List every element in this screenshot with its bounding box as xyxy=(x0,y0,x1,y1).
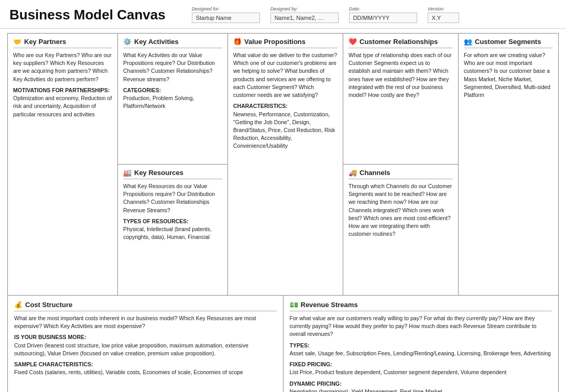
key-partners-title: Key Partners xyxy=(24,38,66,46)
version-field: Version: xyxy=(428,6,459,23)
key-resources-text2: Physical, Intellectual (brand patents, c… xyxy=(123,225,222,241)
revenue-label2: FIXED PRICING: xyxy=(290,361,552,368)
revenue-label1: TYPES: xyxy=(290,342,552,350)
key-partners-label1: MOTIVATIONS FOR PARTNERSHIPS: xyxy=(13,86,112,94)
revenue-text4: Negotiation (bargaining), Yield Manageme… xyxy=(290,388,552,392)
key-resources-section: 🏭 Key Resources What Key Resources do ou… xyxy=(118,165,227,295)
revenue-label3: DYNAMIC PRICING: xyxy=(290,380,552,388)
date-field: Date: xyxy=(349,6,417,23)
value-propositions-title: Value Propositions xyxy=(244,38,306,46)
version-label: Version: xyxy=(428,6,459,12)
customer-relationships-section: ❤️ Customer Relationships What type of r… xyxy=(343,34,458,165)
key-activities-title: Key Activities xyxy=(134,38,179,46)
activities-resources-column: ⚙️ Key Activities What Key Activities do… xyxy=(118,34,228,295)
key-partners-icon: 🤝 xyxy=(13,38,21,46)
cost-structure-header: 💰 Cost Structure xyxy=(14,301,277,311)
cust-rel-channels-column: ❤️ Customer Relationships What type of r… xyxy=(343,34,459,295)
cost-structure-column: 💰 Cost Structure What are the most impor… xyxy=(8,296,284,392)
designed-for-input[interactable] xyxy=(192,13,260,23)
key-activities-body: What Key Activities do our Value Proposi… xyxy=(123,51,222,111)
value-props-text1: What value do we deliver to the customer… xyxy=(233,51,338,99)
key-partners-column: 🤝 Key Partners Who are our Key Partners?… xyxy=(8,34,118,295)
key-activities-label1: CATEGORIES: xyxy=(123,86,222,94)
business-model-canvas: 🤝 Key Partners Who are our Key Partners?… xyxy=(7,33,559,392)
cost-text1: What are the most important costs inhere… xyxy=(14,314,277,330)
channels-header: 🚚 Channels xyxy=(349,169,453,179)
bottom-section: 💰 Cost Structure What are the most impor… xyxy=(8,296,558,392)
revenue-streams-column: 💵 Revenue Streams For what value are our… xyxy=(284,296,559,392)
customer-segments-title: Customer Segments xyxy=(475,38,541,46)
designed-by-input[interactable] xyxy=(270,13,339,23)
customer-segments-body: For whom are we creating value? Who are … xyxy=(464,51,553,99)
designed-for-label: Designed for: xyxy=(192,6,260,12)
key-activities-text2: Production, Problem Solving, Platform/Ne… xyxy=(123,94,222,110)
key-partners-header: 🤝 Key Partners xyxy=(13,38,112,48)
revenue-streams-header: 💵 Revenue Streams xyxy=(290,301,552,311)
key-resources-label1: TYPES OF RESOURCES: xyxy=(123,217,222,225)
customer-rel-text1: What type of relationship does each of o… xyxy=(349,51,453,99)
value-props-text2: Newness, Performance, Customization, "Ge… xyxy=(233,111,338,150)
header-fields: Designed for: Designed by: Date: Version… xyxy=(192,6,557,23)
customer-segments-column: 👥 Customer Segments For whom are we crea… xyxy=(459,34,558,295)
customer-segments-header: 👥 Customer Segments xyxy=(464,38,553,48)
key-partners-text2: Optimization and economy, Reduction of r… xyxy=(13,94,112,118)
key-partners-body: Who are our Key Partners? Who are our ke… xyxy=(13,51,112,118)
revenue-streams-icon: 💵 xyxy=(290,301,298,309)
value-props-label1: CHARACTERISTICS: xyxy=(233,102,338,110)
value-propositions-column: 🎁 Value Propositions What value do we de… xyxy=(228,34,343,295)
revenue-streams-title: Revenue Streams xyxy=(301,301,358,309)
key-partners-text1: Who are our Key Partners? Who are our ke… xyxy=(13,51,112,83)
page-header: Business Model Canvas Designed for: Desi… xyxy=(0,0,566,29)
key-resources-icon: 🏭 xyxy=(123,169,132,177)
version-input[interactable] xyxy=(428,13,459,23)
channels-section: 🚚 Channels Through which Channels do our… xyxy=(343,165,458,295)
value-propositions-header: 🎁 Value Propositions xyxy=(233,38,338,48)
cost-structure-body: What are the most important costs inhere… xyxy=(14,314,277,377)
cost-text3: Fixed Costs (salaries, rents, utilities)… xyxy=(14,368,277,376)
channels-icon: 🚚 xyxy=(349,169,357,177)
date-label: Date: xyxy=(349,6,417,12)
cost-label2: SAMPLE CHARACTERISTICS: xyxy=(14,361,277,368)
cost-structure-title: Cost Structure xyxy=(25,301,72,309)
customer-seg-text1: For whom are we creating value? Who are … xyxy=(464,51,553,99)
cost-label1: IS YOUR BUSINESS MORE: xyxy=(14,333,277,341)
designed-by-field: Designed by: xyxy=(270,6,339,23)
revenue-text1: For what value are our customers really … xyxy=(290,314,552,339)
designed-for-field: Designed for: xyxy=(192,6,260,23)
cost-text2: Cost Driven (leanest cost structure, low… xyxy=(14,342,277,357)
date-input[interactable] xyxy=(349,13,417,23)
customer-segments-icon: 👥 xyxy=(464,38,472,46)
key-resources-text1: What Key Resources do our Value Proposit… xyxy=(123,182,222,214)
key-resources-body: What Key Resources do our Value Proposit… xyxy=(123,182,222,242)
page-title: Business Model Canvas xyxy=(9,7,166,23)
customer-relationships-icon: ❤️ xyxy=(349,38,357,46)
customer-relationships-body: What type of relationship does each of o… xyxy=(349,51,453,99)
revenue-streams-body: For what value are our customers really … xyxy=(290,314,552,392)
channels-text1: Through which Channels do our Customer S… xyxy=(349,182,453,238)
value-propositions-icon: 🎁 xyxy=(233,38,242,46)
channels-title: Channels xyxy=(360,169,390,177)
key-resources-header: 🏭 Key Resources xyxy=(123,169,222,179)
channels-body: Through which Channels do our Customer S… xyxy=(349,182,453,238)
revenue-text3: List Price, Product feature dependent, C… xyxy=(290,368,552,376)
key-activities-header: ⚙️ Key Activities xyxy=(123,38,222,48)
key-resources-title: Key Resources xyxy=(134,169,183,177)
customer-relationships-title: Customer Relationships xyxy=(360,38,438,46)
top-section: 🤝 Key Partners Who are our Key Partners?… xyxy=(8,34,558,296)
designed-by-label: Designed by: xyxy=(270,6,339,12)
key-activities-icon: ⚙️ xyxy=(123,38,132,46)
value-propositions-body: What value do we deliver to the customer… xyxy=(233,51,338,150)
revenue-text2: Asset sale, Usage fee, Subscription Fees… xyxy=(290,350,552,357)
key-activities-section: ⚙️ Key Activities What Key Activities do… xyxy=(118,34,227,165)
cost-structure-icon: 💰 xyxy=(14,301,23,309)
customer-relationships-header: ❤️ Customer Relationships xyxy=(349,38,453,48)
key-activities-text1: What Key Activities do our Value Proposi… xyxy=(123,51,222,83)
